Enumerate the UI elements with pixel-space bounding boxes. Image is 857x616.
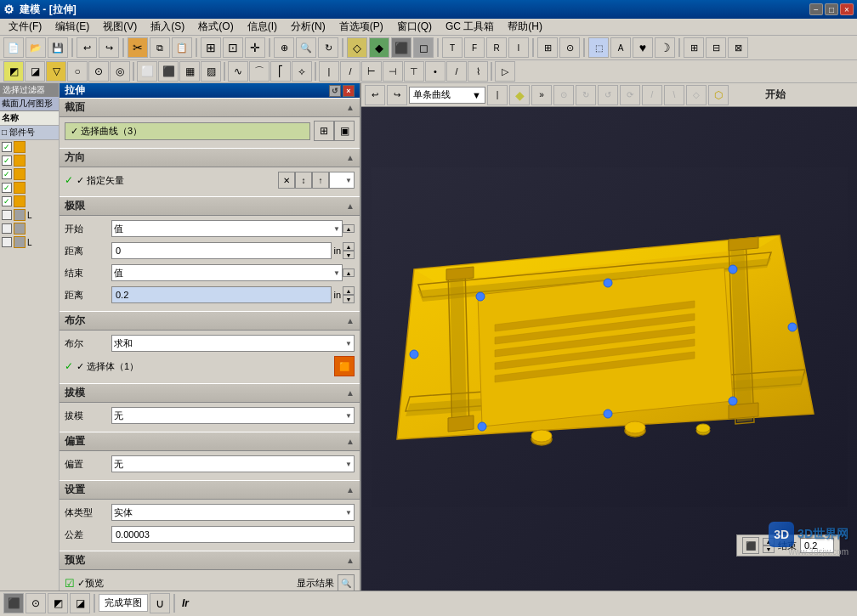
tb2-6[interactable]: ◎ [110,61,130,82]
vp-tb-10[interactable]: / [642,85,662,105]
tb-extra2[interactable]: ⊟ [706,37,726,58]
tb2-5[interactable]: ⊙ [88,61,109,82]
tree-item-8[interactable]: L [0,235,59,249]
tb-grid[interactable]: ⊞ [537,37,558,58]
vp-tb-7[interactable]: ↻ [576,85,596,105]
tree-check-4[interactable]: ✓ [2,183,12,193]
menu-info[interactable]: 信息(I) [241,18,284,36]
menu-insert[interactable]: 插入(S) [144,18,191,36]
tree-check-5[interactable]: ✓ [2,196,12,206]
end-dist-up[interactable]: ▲ [343,286,355,295]
tb-extra1[interactable]: ⊞ [684,37,704,58]
section-boolean[interactable]: 布尔 ▲ [60,311,360,331]
vp-tb-4[interactable]: ◆ [509,85,530,105]
start-dist-input[interactable]: 0 [111,242,332,259]
tb-new[interactable]: 📄 [3,37,24,58]
tb-rotate[interactable]: ↻ [318,37,338,58]
tree-item-3[interactable]: ✓ [0,167,59,181]
section-settings[interactable]: 设置 ▲ [60,480,360,500]
tb-select[interactable]: ⊞ [201,37,221,58]
vp-tb-6[interactable]: ⊙ [553,85,574,105]
end-dist-down[interactable]: ▼ [343,295,355,303]
tb2-3[interactable]: ▽ [46,61,66,82]
tb2-22[interactable]: ⌇ [468,61,488,82]
vp-tb-12[interactable]: ◇ [686,85,707,105]
tb-dim2[interactable]: A [610,37,631,58]
start-spin-up[interactable]: ▲ [343,224,355,233]
tb-snap[interactable]: ⊙ [559,37,580,58]
tree-check-7[interactable] [2,223,12,234]
tree-item-7[interactable] [0,222,59,235]
tb-copy[interactable]: ⧉ [150,37,170,58]
tree-check-2[interactable]: ✓ [2,155,12,166]
tb2-8[interactable]: ⬛ [158,61,179,82]
status-icon-3[interactable]: ◩ [48,593,68,613]
tree-check-8[interactable] [2,237,12,247]
start-dist-down[interactable]: ▼ [343,251,355,259]
menu-help[interactable]: 帮助(H) [501,18,549,36]
tb2-2[interactable]: ◪ [25,61,45,82]
tb2-4[interactable]: ○ [67,61,88,82]
tb-extra3[interactable]: ⊠ [728,37,748,58]
end-dist-input[interactable]: 0.2 [111,286,332,303]
dialog-close-button[interactable]: × [343,85,355,97]
tb-view-iso[interactable]: I [508,37,529,58]
tb2-12[interactable]: ⌒ [249,61,270,82]
status-curve-icon[interactable]: ∪ [150,593,170,613]
vec-btn-3[interactable]: ↑ [312,172,329,189]
tb-view-right[interactable]: R [486,37,507,58]
tb2-9[interactable]: ▦ [179,61,200,82]
tb-zoom-fit[interactable]: ⊕ [274,37,294,58]
dialog-reset-button[interactable]: ↺ [329,85,341,97]
vp-mode-select[interactable]: 单条曲线 ▼ [409,87,485,104]
maximize-button[interactable]: □ [825,3,838,15]
tb-redo[interactable]: ↪ [99,37,119,58]
tree-check-3[interactable]: ✓ [2,169,12,179]
tree-item-2[interactable]: ✓ [0,154,59,167]
section-limits[interactable]: 极限 ▲ [60,196,360,216]
vec-btn-1[interactable]: ✕ [278,172,295,189]
menu-view[interactable]: 视图(V) [96,18,144,36]
vec-btn-2[interactable]: ↕ [295,172,312,189]
tb-move[interactable]: ✛ [245,37,265,58]
minimize-button[interactable]: − [809,3,823,15]
tb2-14[interactable]: ⟡ [292,61,312,82]
tolerance-input[interactable]: 0.00003 [111,526,355,543]
tb-render1[interactable]: ◇ [347,37,367,58]
section-direction[interactable]: 方向 ▲ [60,148,360,167]
show-result-btn[interactable]: 🔍 [338,574,355,591]
tb-view-front[interactable]: F [464,37,485,58]
vp-tb-13[interactable]: ⬡ [708,85,729,105]
tb-dim3[interactable]: ♥ [633,37,653,58]
viewport[interactable]: ↩ ↪ 单条曲线 ▼ | ◆ » ⊙ ↻ ↺ ⟳ / \ ◇ ⬡ 开始 [361,83,857,591]
vp-tb-5[interactable]: » [531,85,552,105]
tb2-13[interactable]: ⎡ [270,61,291,82]
tb-zoom-in[interactable]: 🔍 [296,37,316,58]
tb2-23[interactable]: ▷ [495,61,515,82]
tb2-15[interactable]: | [319,61,339,82]
menu-format[interactable]: 格式(O) [191,18,240,36]
vp-tb-9[interactable]: ⟳ [620,85,640,105]
tree-item-4[interactable]: ✓ [0,181,59,195]
curve-select-box[interactable]: ✓ 选择曲线（3） [65,122,310,140]
tree-check-1[interactable]: ✓ [2,142,12,152]
menu-window[interactable]: 窗口(Q) [390,18,439,36]
status-icon-2[interactable]: ⊙ [26,593,46,613]
vp-tb-2[interactable]: ↪ [387,85,407,105]
menu-gc-toolbox[interactable]: GC 工具箱 [439,18,501,36]
menu-prefs[interactable]: 首选项(P) [332,18,390,36]
vp-tb-3[interactable]: | [487,85,508,105]
vp-tb-1[interactable]: ↩ [365,85,385,105]
curve-icon-btn-1[interactable]: ⊞ [314,121,334,141]
section-preview[interactable]: 预览 ▲ [60,551,360,570]
draft-select[interactable]: 无 ▼ [111,407,355,424]
end-spin-up[interactable]: ▲ [343,268,355,277]
tb2-21[interactable]: / [446,61,467,82]
tb2-1[interactable]: ◩ [3,61,24,82]
status-icon-4[interactable]: ◪ [70,593,90,613]
tree-item-5[interactable]: ✓ [0,195,59,208]
tb2-19[interactable]: ⊤ [404,61,424,82]
tb-save[interactable]: 💾 [48,37,68,58]
tb-render4[interactable]: ◻ [413,37,434,58]
tree-item-1[interactable]: ✓ [0,140,59,154]
